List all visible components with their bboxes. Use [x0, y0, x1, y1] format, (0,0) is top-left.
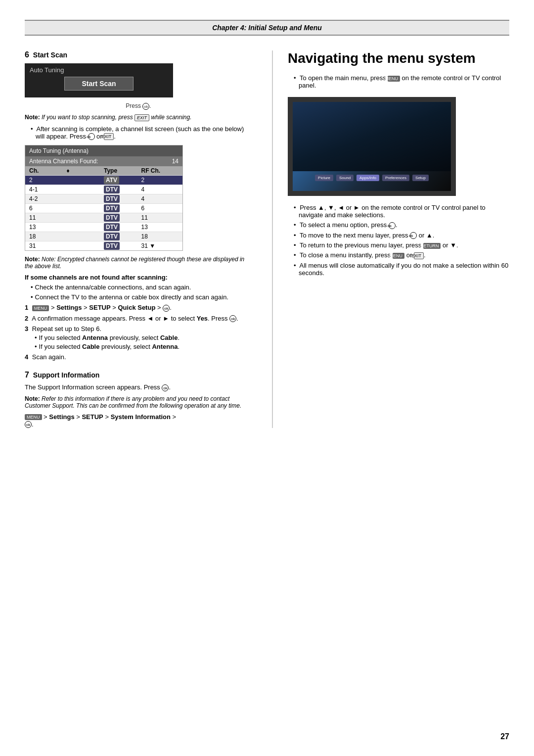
right-bullets: Press ▲, ▼, ◄ or ► on the remote control…: [288, 204, 509, 277]
note1: Note: If you want to stop scanning, pres…: [25, 114, 252, 121]
tv-menu-overlay: Picture Sound Apps/Info Preferences Setu…: [293, 175, 451, 181]
ch-type: DTV: [104, 195, 141, 202]
ch-signal: [67, 233, 104, 240]
ch-type: DTV: [104, 242, 141, 249]
ch-num: 18: [29, 233, 67, 240]
channel-table-title: Auto Tuning (Antenna): [25, 145, 182, 156]
right-bullet-6: To close a menu instantly, press MENU or…: [294, 251, 509, 259]
ch-type: DTV: [104, 224, 141, 231]
left-column: 6 Start Scan Auto Tuning Start Scan Pres…: [25, 50, 252, 428]
auto-tuning-box: Auto Tuning Start Scan: [25, 63, 173, 97]
ok-icon2: ok: [88, 133, 95, 140]
note2: Note: Note: Encrypted channels cannot be…: [25, 256, 252, 270]
channel-row: 4-1 DTV 4: [25, 185, 182, 194]
right-column: Navigating the menu system To open the m…: [272, 50, 509, 428]
tv-menu-picture: Picture: [315, 175, 333, 181]
ch-type: DTV: [104, 214, 141, 221]
ch-signal: [67, 242, 104, 249]
ch-num: 6: [29, 205, 67, 212]
support-info-text: The Support Information screen appears. …: [25, 383, 252, 391]
ch-rf: 6: [141, 205, 179, 212]
ch-rf: 11: [141, 214, 179, 221]
ok-icon3: ok: [163, 305, 170, 312]
ch-rf: 13: [141, 224, 179, 231]
ch-num: 11: [29, 214, 67, 221]
found-count: 14: [172, 158, 178, 165]
auto-tuning-title: Auto Tuning: [30, 66, 168, 74]
chapter-title: Chapter 4: Initial Setup and Menu: [212, 24, 322, 32]
right-bullet-1: To open the main menu, press MENU on the…: [294, 74, 509, 89]
right-bullet-3: To select a menu option, press ok.: [294, 221, 509, 229]
ch-rf: 4: [141, 186, 179, 193]
tv-menu-sound: Sound: [336, 175, 354, 181]
ok-icon8: ok: [410, 232, 417, 239]
channel-row: 18 DTV 18: [25, 232, 182, 241]
ok-icon6: ok: [25, 421, 32, 428]
ch-num: 2: [29, 177, 67, 184]
ch-rf: 18: [141, 233, 179, 240]
numbered-item-2: 2 A confirmation message appears. Press …: [25, 315, 252, 323]
channel-found-row: Antenna Channels Found: 14: [25, 156, 182, 166]
channel-row: 11 DTV 11: [25, 213, 182, 222]
step6-section: 6 Start Scan Auto Tuning Start Scan Pres…: [25, 50, 252, 361]
ok-icon7: ok: [389, 222, 396, 229]
right-bullet-2: Press ▲, ▼, ◄ or ► on the remote control…: [294, 204, 509, 219]
ch-type: ATV: [104, 177, 141, 184]
ch-signal: [67, 186, 104, 193]
ok-icon: ok: [142, 103, 149, 110]
menu-icon4: MENU: [393, 253, 405, 259]
ch-num: 31: [29, 242, 67, 249]
ch-rf: 4: [141, 195, 179, 202]
menu-icon3: MENU: [388, 76, 400, 82]
channel-row: 2 ATV 2: [25, 175, 182, 185]
numbered-item-4: 4 Scan again.: [25, 353, 252, 361]
two-column-layout: 6 Start Scan Auto Tuning Start Scan Pres…: [25, 50, 509, 428]
tv-menu-apps: Apps/Info: [356, 175, 379, 181]
after-scan-bullet: After scanning is complete, a channel li…: [31, 125, 252, 141]
ch-type: DTV: [104, 205, 141, 212]
numbered-item-3: 3 Repeat set up to Step 6. If you select…: [25, 325, 252, 350]
ok-icon5: ok: [162, 384, 169, 391]
sub-bullet-2: If you selected Cable previously, select…: [35, 343, 252, 350]
col-type: Type: [104, 167, 141, 174]
menu-icon: MENU: [32, 305, 49, 311]
step7-path: MENU > Settings > SETUP > System Informa…: [25, 413, 252, 428]
ch-signal: [67, 205, 104, 212]
right-bullet-5: To return to the previous menu layer, pr…: [294, 241, 509, 249]
exit-icon2: EXIT: [104, 133, 114, 140]
ch-num: 4-1: [29, 186, 67, 193]
exit-icon3: EXIT: [414, 252, 424, 259]
menu-icon2: MENU: [25, 414, 42, 420]
page-number: 27: [500, 732, 509, 741]
ch-signal: [67, 224, 104, 231]
step7-section: 7 Support Information The Support Inform…: [25, 371, 252, 428]
tv-menu-prefs: Preferences: [382, 175, 409, 181]
start-scan-button[interactable]: Start Scan: [64, 77, 134, 91]
tv-screenshot: Picture Sound Apps/Info Preferences Setu…: [288, 97, 456, 196]
col-rfch: RF Ch.: [141, 167, 179, 174]
channel-table: Auto Tuning (Antenna) Antenna Channels F…: [25, 145, 183, 251]
ch-signal: [67, 214, 104, 221]
ch-num: 4-2: [29, 195, 67, 202]
channel-col-headers: Ch. ♦ Type RF Ch.: [25, 166, 182, 175]
ch-rf: 2: [141, 177, 179, 184]
return-icon: RETURN: [423, 243, 441, 249]
channel-row: 31 DTV 31 ▼: [25, 241, 182, 250]
found-label: Antenna Channels Found:: [29, 158, 98, 165]
ch-signal: [67, 177, 104, 184]
ch-num: 13: [29, 224, 67, 231]
right-bullet-7: All menus will close automatically if yo…: [294, 262, 509, 277]
ch-type: DTV: [104, 186, 141, 193]
step6-heading: 6 Start Scan: [25, 50, 252, 59]
col-signal: ♦: [67, 167, 104, 174]
tv-menu-setup: Setup: [412, 175, 429, 181]
ok-icon4: ok: [229, 315, 236, 322]
page: Chapter 4: Initial Setup and Menu 6 Star…: [0, 0, 534, 756]
ch-signal: [67, 195, 104, 202]
step7-heading: 7 Support Information: [25, 371, 252, 379]
right-heading: Navigating the menu system: [288, 50, 509, 66]
if-channels-bullet2: Connect the TV to the antenna or cable b…: [31, 293, 252, 301]
chapter-header: Chapter 4: Initial Setup and Menu: [25, 20, 509, 36]
numbered-item-1: 1 MENU > Settings > SETUP > Quick Setup …: [25, 304, 252, 312]
ch-type: DTV: [104, 233, 141, 240]
